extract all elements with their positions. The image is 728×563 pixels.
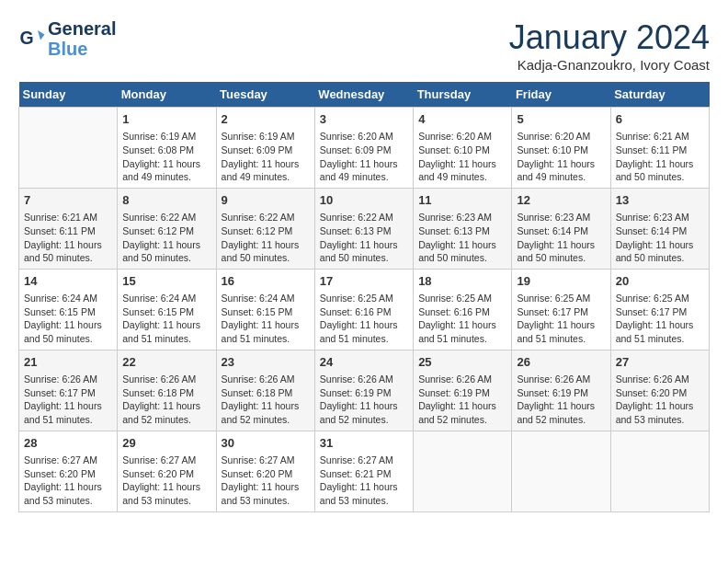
day-info: Sunrise: 6:21 AM Sunset: 6:11 PM Dayligh… xyxy=(616,130,704,184)
week-row-1: 1Sunrise: 6:19 AM Sunset: 6:08 PM Daylig… xyxy=(19,108,710,189)
calendar-cell: 29Sunrise: 6:27 AM Sunset: 6:20 PM Dayli… xyxy=(118,431,216,511)
day-number: 5 xyxy=(517,111,605,128)
day-header-tuesday: Tuesday xyxy=(216,82,314,108)
calendar-cell: 9Sunrise: 6:22 AM Sunset: 6:12 PM Daylig… xyxy=(216,188,314,269)
calendar-cell: 2Sunrise: 6:19 AM Sunset: 6:09 PM Daylig… xyxy=(216,108,314,189)
day-number: 24 xyxy=(320,354,408,371)
day-number: 21 xyxy=(24,354,112,371)
day-info: Sunrise: 6:26 AM Sunset: 6:20 PM Dayligh… xyxy=(616,373,704,427)
title-block: January 2024 Kadja-Gnanzoukro, Ivory Coa… xyxy=(509,18,710,73)
calendar-cell: 17Sunrise: 6:25 AM Sunset: 6:16 PM Dayli… xyxy=(314,269,413,350)
location-subtitle: Kadja-Gnanzoukro, Ivory Coast xyxy=(509,57,710,73)
calendar-cell: 5Sunrise: 6:20 AM Sunset: 6:10 PM Daylig… xyxy=(512,108,610,189)
calendar-cell: 15Sunrise: 6:24 AM Sunset: 6:15 PM Dayli… xyxy=(118,269,216,350)
calendar-cell: 7Sunrise: 6:21 AM Sunset: 6:11 PM Daylig… xyxy=(19,188,118,269)
page-header: G General Blue January 2024 Kadja-Gnanzo… xyxy=(18,18,710,73)
day-number: 16 xyxy=(222,273,310,290)
day-info: Sunrise: 6:19 AM Sunset: 6:09 PM Dayligh… xyxy=(222,130,310,184)
day-number: 14 xyxy=(24,273,112,290)
day-header-sunday: Sunday xyxy=(19,82,118,108)
day-info: Sunrise: 6:22 AM Sunset: 6:13 PM Dayligh… xyxy=(320,211,408,265)
day-info: Sunrise: 6:25 AM Sunset: 6:17 PM Dayligh… xyxy=(517,292,605,346)
day-info: Sunrise: 6:24 AM Sunset: 6:15 PM Dayligh… xyxy=(222,292,310,346)
day-number: 23 xyxy=(222,354,310,371)
calendar-cell xyxy=(19,108,118,189)
day-header-wednesday: Wednesday xyxy=(314,82,413,108)
day-number: 28 xyxy=(24,435,112,452)
day-number: 6 xyxy=(616,111,704,128)
calendar-cell: 22Sunrise: 6:26 AM Sunset: 6:18 PM Dayli… xyxy=(118,350,216,431)
svg-marker-1 xyxy=(38,30,45,40)
calendar-cell: 4Sunrise: 6:20 AM Sunset: 6:10 PM Daylig… xyxy=(414,108,512,189)
day-number: 8 xyxy=(122,192,210,209)
calendar-cell: 31Sunrise: 6:27 AM Sunset: 6:21 PM Dayli… xyxy=(314,431,413,511)
day-info: Sunrise: 6:26 AM Sunset: 6:17 PM Dayligh… xyxy=(24,373,112,427)
day-info: Sunrise: 6:25 AM Sunset: 6:16 PM Dayligh… xyxy=(418,292,506,346)
calendar-cell: 13Sunrise: 6:23 AM Sunset: 6:14 PM Dayli… xyxy=(610,188,709,269)
calendar-cell: 25Sunrise: 6:26 AM Sunset: 6:19 PM Dayli… xyxy=(414,350,512,431)
day-number: 18 xyxy=(418,273,506,290)
calendar-cell: 26Sunrise: 6:26 AM Sunset: 6:19 PM Dayli… xyxy=(512,350,610,431)
calendar-cell: 12Sunrise: 6:23 AM Sunset: 6:14 PM Dayli… xyxy=(512,188,610,269)
day-number: 29 xyxy=(122,435,210,452)
day-info: Sunrise: 6:24 AM Sunset: 6:15 PM Dayligh… xyxy=(122,292,210,346)
logo-blue: Blue xyxy=(48,39,116,59)
day-number: 17 xyxy=(320,273,408,290)
day-info: Sunrise: 6:26 AM Sunset: 6:19 PM Dayligh… xyxy=(517,373,605,427)
day-info: Sunrise: 6:20 AM Sunset: 6:10 PM Dayligh… xyxy=(517,130,605,184)
svg-text:G: G xyxy=(20,28,34,48)
calendar-cell: 11Sunrise: 6:23 AM Sunset: 6:13 PM Dayli… xyxy=(414,188,512,269)
month-title: January 2024 xyxy=(509,18,710,57)
calendar-cell: 23Sunrise: 6:26 AM Sunset: 6:18 PM Dayli… xyxy=(216,350,314,431)
day-number: 12 xyxy=(517,192,605,209)
day-header-friday: Friday xyxy=(512,82,610,108)
calendar-cell: 18Sunrise: 6:25 AM Sunset: 6:16 PM Dayli… xyxy=(414,269,512,350)
day-number: 19 xyxy=(517,273,605,290)
day-number: 7 xyxy=(24,192,112,209)
calendar-cell: 30Sunrise: 6:27 AM Sunset: 6:20 PM Dayli… xyxy=(216,431,314,511)
day-info: Sunrise: 6:26 AM Sunset: 6:19 PM Dayligh… xyxy=(418,373,506,427)
week-row-3: 14Sunrise: 6:24 AM Sunset: 6:15 PM Dayli… xyxy=(19,269,710,350)
day-number: 11 xyxy=(418,192,506,209)
day-number: 2 xyxy=(222,111,310,128)
calendar-cell: 20Sunrise: 6:25 AM Sunset: 6:17 PM Dayli… xyxy=(610,269,709,350)
day-info: Sunrise: 6:26 AM Sunset: 6:18 PM Dayligh… xyxy=(222,373,310,427)
calendar-cell: 28Sunrise: 6:27 AM Sunset: 6:20 PM Dayli… xyxy=(19,431,118,511)
calendar-cell: 16Sunrise: 6:24 AM Sunset: 6:15 PM Dayli… xyxy=(216,269,314,350)
calendar-cell xyxy=(414,431,512,511)
calendar-cell: 14Sunrise: 6:24 AM Sunset: 6:15 PM Dayli… xyxy=(19,269,118,350)
day-info: Sunrise: 6:24 AM Sunset: 6:15 PM Dayligh… xyxy=(24,292,112,346)
day-header-monday: Monday xyxy=(118,82,216,108)
day-header-saturday: Saturday xyxy=(610,82,709,108)
day-number: 15 xyxy=(122,273,210,290)
day-info: Sunrise: 6:27 AM Sunset: 6:20 PM Dayligh… xyxy=(24,454,112,508)
day-info: Sunrise: 6:25 AM Sunset: 6:16 PM Dayligh… xyxy=(320,292,408,346)
logo: G General Blue xyxy=(18,18,116,59)
day-number: 31 xyxy=(320,435,408,452)
week-row-4: 21Sunrise: 6:26 AM Sunset: 6:17 PM Dayli… xyxy=(19,350,710,431)
calendar-cell: 10Sunrise: 6:22 AM Sunset: 6:13 PM Dayli… xyxy=(314,188,413,269)
day-number: 13 xyxy=(616,192,704,209)
calendar-cell xyxy=(610,431,709,511)
calendar-cell: 27Sunrise: 6:26 AM Sunset: 6:20 PM Dayli… xyxy=(610,350,709,431)
calendar-cell: 6Sunrise: 6:21 AM Sunset: 6:11 PM Daylig… xyxy=(610,108,709,189)
day-number: 30 xyxy=(222,435,310,452)
day-info: Sunrise: 6:19 AM Sunset: 6:08 PM Dayligh… xyxy=(122,130,210,184)
day-number: 9 xyxy=(222,192,310,209)
calendar-cell: 1Sunrise: 6:19 AM Sunset: 6:08 PM Daylig… xyxy=(118,108,216,189)
day-number: 25 xyxy=(418,354,506,371)
day-number: 26 xyxy=(517,354,605,371)
week-row-5: 28Sunrise: 6:27 AM Sunset: 6:20 PM Dayli… xyxy=(19,431,710,511)
day-number: 10 xyxy=(320,192,408,209)
days-header-row: SundayMondayTuesdayWednesdayThursdayFrid… xyxy=(19,82,710,108)
calendar-cell xyxy=(512,431,610,511)
day-header-thursday: Thursday xyxy=(414,82,512,108)
day-number: 1 xyxy=(122,111,210,128)
calendar-cell: 8Sunrise: 6:22 AM Sunset: 6:12 PM Daylig… xyxy=(118,188,216,269)
calendar-cell: 24Sunrise: 6:26 AM Sunset: 6:19 PM Dayli… xyxy=(314,350,413,431)
day-number: 3 xyxy=(320,111,408,128)
day-info: Sunrise: 6:20 AM Sunset: 6:10 PM Dayligh… xyxy=(418,130,506,184)
day-info: Sunrise: 6:23 AM Sunset: 6:14 PM Dayligh… xyxy=(517,211,605,265)
day-info: Sunrise: 6:22 AM Sunset: 6:12 PM Dayligh… xyxy=(222,211,310,265)
calendar-cell: 21Sunrise: 6:26 AM Sunset: 6:17 PM Dayli… xyxy=(19,350,118,431)
